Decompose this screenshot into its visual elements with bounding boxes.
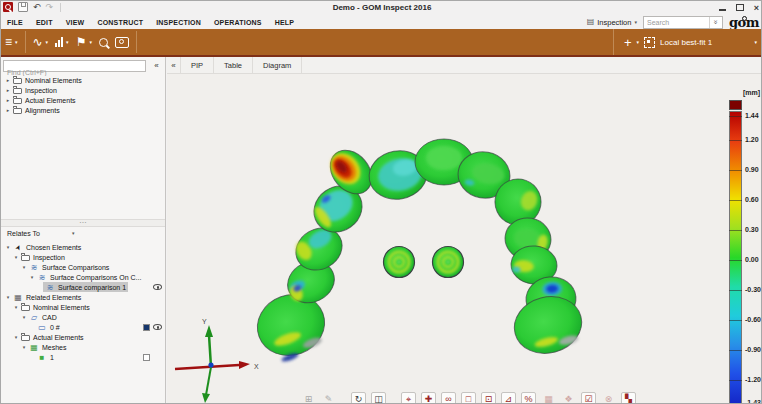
scale-tick (729, 290, 742, 291)
triangle-selection-button[interactable]: ⊿ (501, 392, 516, 404)
rotate-view-button[interactable]: ↻ (351, 392, 366, 404)
relates-to-selector[interactable]: Relates To ▾ (7, 227, 159, 239)
area-selection-button[interactable]: ⊡ (481, 392, 496, 404)
collapse-panel-button[interactable]: « (150, 60, 163, 72)
edit-parameters-button[interactable]: ✎ (321, 392, 336, 404)
scale-tick-label: -0.90 (745, 346, 762, 353)
workspace-label: Inspection (597, 18, 631, 27)
chain-selection-button[interactable]: ∞ (441, 392, 456, 404)
menu-file[interactable]: FILE (7, 19, 23, 26)
toggle-selection-button[interactable]: % (521, 392, 536, 404)
divider (136, 31, 137, 53)
split-view-button[interactable]: ◫ (371, 392, 386, 404)
expand-selection-button[interactable]: ❖ (561, 392, 576, 404)
panel-splitter[interactable] (1, 219, 165, 227)
menu-construct[interactable]: CONSTRUCT (97, 19, 143, 26)
confirm-selection-button[interactable]: ☑ (581, 392, 596, 404)
tree-item[interactable]: ▾≋Surface Comparisons (1, 262, 165, 272)
tree-item[interactable]: ≋Surface comparison 1 (1, 282, 165, 292)
point-selection-button[interactable]: ⌖ (401, 392, 416, 404)
best-fit-icon (644, 37, 655, 48)
tree-item[interactable]: ▾≋Surface Comparisons On C... (1, 272, 165, 282)
scale-tick (729, 230, 742, 231)
tree-item[interactable]: ▾➤Chosen Elements (1, 242, 165, 252)
tree-item-label: Chosen Elements (26, 244, 81, 251)
alignment-section: + ▾ Local best-fit 1 ▾ (613, 29, 762, 55)
tree-item[interactable]: ▸Alignments (1, 105, 165, 115)
hamburger-icon: ≡ (5, 36, 12, 48)
bar-chart-icon (55, 37, 63, 47)
scale-tick-label: 1.20 (745, 136, 762, 143)
restore-button[interactable] (736, 4, 744, 11)
visibility-eye-icon[interactable] (153, 284, 162, 290)
tab-pip[interactable]: PIP (180, 57, 213, 73)
chevron-down-icon[interactable]: ▾ (754, 39, 757, 45)
menu-edit[interactable]: EDIT (36, 19, 53, 26)
tree-item[interactable]: ▾Actual Elements (1, 332, 165, 342)
tree-item[interactable]: ▸Nominal Elements (1, 75, 165, 85)
selection-mode-button[interactable]: ▚ (621, 392, 636, 404)
find-box (3, 60, 146, 72)
menu-view[interactable]: VIEW (66, 19, 85, 26)
tab-table[interactable]: Table (213, 57, 252, 73)
cancel-selection-button[interactable]: ⊗ (601, 392, 616, 404)
tree-item[interactable]: ▾Nominal Elements (1, 302, 165, 312)
camera-icon (115, 37, 129, 48)
scale-tick (729, 140, 742, 141)
color-swatch[interactable] (143, 354, 150, 361)
zoom-tool-button[interactable] (99, 38, 108, 47)
main-menu-button[interactable]: ≡ ▾ (5, 36, 18, 48)
scale-tick-label: 0.90 (745, 166, 762, 173)
scale-tick (729, 320, 742, 321)
add-alignment-button[interactable]: + (624, 36, 632, 49)
cad-icon: ▱ (29, 313, 39, 322)
3d-scene[interactable]: X Y [mm] 1.441.200.900.600.300.00-0.30-0… (167, 74, 762, 404)
selection-toolbar: ⊞✎↻◫⌖✚∞□⊡⊿%▦❖☑⊗▚ (167, 392, 762, 404)
tree-item-label: Surface Comparisons (42, 264, 109, 271)
tree-item[interactable]: ▸Actual Elements (1, 95, 165, 105)
chart-tools-button[interactable]: ▾ (55, 37, 69, 47)
tree-item-label: Alignments (25, 107, 60, 114)
collapse-tabs-button[interactable]: « (167, 57, 180, 73)
visibility-eye-icon[interactable] (153, 324, 162, 330)
label-tools-button[interactable]: ⚑ ▾ (76, 36, 92, 48)
folder-icon (21, 335, 30, 341)
tree-item[interactable]: ▾▱CAD (1, 312, 165, 322)
tree-item[interactable]: ▾▦Related Elements (1, 292, 165, 302)
scale-tick-label: -1.20 (745, 376, 762, 383)
scale-tick (729, 200, 742, 201)
scale-tick-label: 0.30 (745, 226, 762, 233)
selection-frame-button[interactable]: ▦ (541, 392, 556, 404)
color-swatch[interactable] (143, 324, 150, 331)
tree-item[interactable]: ▾▦Meshes (1, 342, 165, 352)
deselect-points-button[interactable]: ✚ (421, 392, 436, 404)
surface-icon: ≋ (45, 283, 55, 292)
scale-tick-label: 1.44 (745, 112, 762, 119)
workspace-selector[interactable]: ▤ Inspection ▾ (587, 18, 637, 27)
tree-item[interactable]: ■1 (1, 352, 165, 362)
view-presets-button[interactable]: ⊞ (301, 392, 316, 404)
tree-item-label: Actual Elements (25, 97, 76, 104)
menu-operations[interactable]: OPERATIONS (214, 19, 262, 26)
search-input[interactable] (644, 19, 709, 26)
close-button[interactable]: × (754, 2, 759, 14)
tree-item[interactable]: ▭0 # (1, 322, 165, 332)
folder-icon (13, 78, 22, 84)
chevron-down-icon: ▾ (66, 39, 69, 45)
tab-diagram[interactable]: Diagram (252, 57, 302, 73)
menu-inspection[interactable]: INSPECTION (156, 19, 201, 26)
menu-help[interactable]: HELP (275, 19, 294, 26)
relates-to-label: Relates To (7, 230, 40, 237)
related-icon: ▦ (13, 293, 23, 302)
chevron-down-icon: ▾ (634, 19, 637, 25)
snapshot-button[interactable] (115, 37, 129, 48)
relation-tree: ▾➤Chosen Elements▾Inspection▾≋Surface Co… (1, 242, 165, 362)
tree-item[interactable]: ▾Inspection (1, 252, 165, 262)
divider (25, 31, 26, 53)
minimize-button[interactable] (719, 9, 726, 11)
tree-item[interactable]: ▸Inspection (1, 85, 165, 95)
rectangle-selection-button[interactable]: □ (461, 392, 476, 404)
search-expand-icon[interactable]: « (709, 17, 722, 28)
inspection-tools-button[interactable]: ∿ ▾ (33, 36, 49, 48)
alignment-selector[interactable]: Local best-fit 1 (660, 38, 712, 47)
